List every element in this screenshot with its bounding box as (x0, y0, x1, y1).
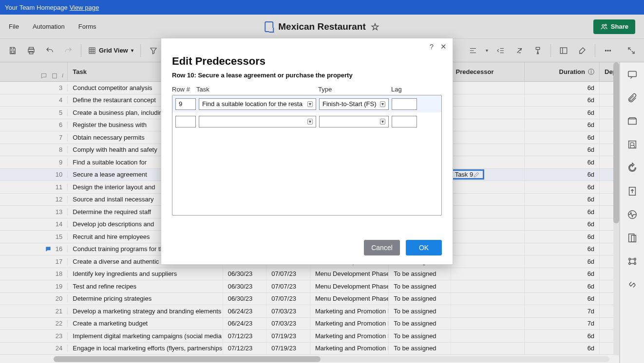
chevron-down-icon: ▾ (307, 119, 313, 125)
cancel-button[interactable]: Cancel (364, 240, 400, 255)
dialog-subtitle: Row 10: Secure a lease agreement or purc… (161, 72, 453, 86)
chevron-down-icon: ▾ (307, 101, 313, 107)
chevron-down-icon: ▾ (380, 101, 385, 107)
lag-input[interactable] (392, 98, 417, 110)
hdr-task: Task (196, 86, 318, 93)
row-num-input[interactable] (175, 116, 196, 127)
close-icon[interactable]: ✕ (440, 42, 447, 51)
predecessor-grid-header: Row # Task Type Lag (161, 86, 453, 95)
hdr-lag: Lag (391, 86, 420, 93)
predecessor-grid: 9 Find a suitable location for the resta… (172, 95, 442, 216)
edit-predecessors-dialog: ? ✕ Edit Predecessors Row 10: Secure a l… (161, 38, 453, 265)
chevron-down-icon: ▾ (380, 119, 385, 125)
hdr-type: Type (318, 86, 391, 93)
help-icon[interactable]: ? (430, 42, 434, 51)
row-num-input[interactable]: 9 (175, 98, 196, 110)
task-select[interactable]: ▾ (199, 116, 316, 127)
dialog-actions: Cancel OK (161, 240, 453, 264)
app-root: Your Team Homepage View page File Automa… (0, 0, 644, 363)
hdr-row-num: Row # (172, 86, 196, 93)
type-select[interactable]: ▾ (319, 116, 389, 127)
predecessor-row-empty: ▾ ▾ (172, 113, 441, 130)
ok-button[interactable]: OK (406, 240, 442, 255)
lag-input[interactable] (392, 116, 417, 127)
predecessor-row: 9 Find a suitable location for the resta… (172, 95, 441, 113)
task-select[interactable]: Find a suitable location for the resta▾ (199, 98, 316, 110)
dialog-title: Edit Predecessors (161, 55, 453, 72)
type-select[interactable]: Finish-to-Start (FS)▾ (319, 98, 389, 110)
